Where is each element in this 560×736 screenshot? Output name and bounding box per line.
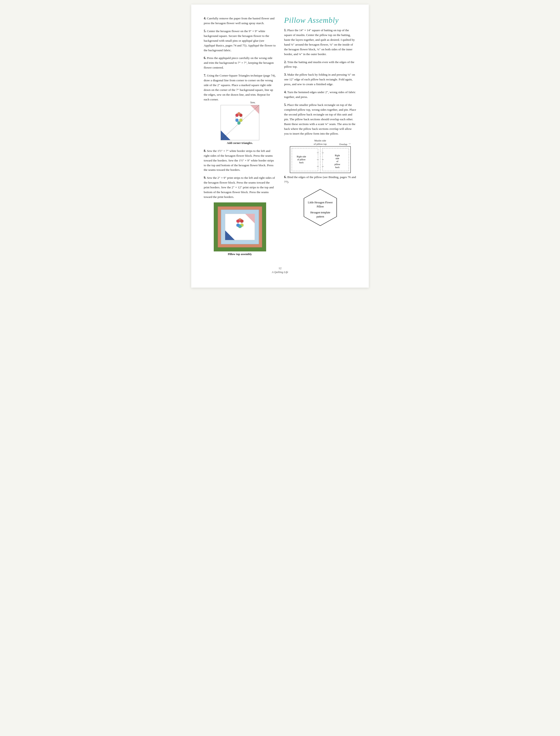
svg-text:Right side: Right side [297, 155, 306, 158]
svg-text:Right: Right [335, 154, 340, 157]
step-num-4: 4. [204, 17, 206, 20]
ra-step-1: 1. Place the 14″ × 14″ square of batting… [284, 28, 356, 57]
hexagon-template-wrap: Little Hexagon Flower Pillow Hexagon tem… [284, 187, 356, 228]
ra-step-num-6: 6. [284, 175, 287, 179]
ra-step-4: 4. Turn the hemmed edges under 2″, wrong… [284, 90, 356, 99]
step-text-6: Press the appliquéd piece carefully on t… [204, 56, 274, 69]
ra-step-5: 5. Place the smaller pillow back rectang… [284, 102, 356, 136]
svg-text:pattern: pattern [316, 215, 324, 218]
page: 4. Carefully remove the paper from the b… [191, 5, 369, 287]
svg-marker-4 [239, 118, 242, 122]
svg-text:pillow: pillow [334, 163, 340, 165]
page-number: 12 [204, 266, 356, 270]
step-num-9: 9. [204, 176, 206, 179]
pillow-top-diagram [214, 202, 266, 251]
ra-step-text-6: Bind the edges of the pillow (see Bindin… [284, 175, 356, 183]
step-text-8: Sew the 1½″ × 7″ white border strips to … [204, 149, 274, 172]
of-pillow-top-label: of pillow top [314, 142, 327, 145]
svg-marker-3 [239, 113, 242, 117]
step-text-9: Sew the 2″ × 9″ print strips to the left… [204, 176, 275, 198]
svg-marker-7 [235, 113, 238, 117]
hexagon-flower-small-icon [228, 112, 250, 130]
step-5: 5. Center the hexagon flower on the 9″ ×… [204, 29, 276, 53]
ra-step-3: 3. Make the pillow back by folding in an… [284, 72, 356, 87]
pillow-top-assembly-icon [214, 202, 266, 251]
ra-step-num-3: 3. [284, 73, 287, 76]
step-num-6: 6. [204, 56, 206, 60]
publication-name: A Quilting Life [204, 270, 356, 274]
ra-step-text-1: Place the 14″ × 14″ square of batting on… [284, 28, 355, 56]
hexagon-template-icon: Little Hexagon Flower Pillow Hexagon tem… [298, 187, 343, 228]
svg-marker-6 [235, 118, 238, 122]
page-footer: 12 A Quilting Life [204, 266, 356, 274]
step-text-7: Using the Corner-Square Triangles techni… [204, 74, 276, 101]
step-7: 7. Using the Corner-Square Triangles tec… [204, 73, 276, 102]
corner-diagram [221, 105, 259, 140]
pillow-back-overlap-icon: Right side of pillow back Right side of … [290, 146, 351, 173]
svg-text:of pillow: of pillow [297, 158, 305, 161]
section-title: Pillow Assembly [284, 16, 356, 25]
step-9: 9. Sew the 2″ × 9″ print strips to the l… [204, 175, 276, 199]
step-num-5: 5. [204, 29, 206, 33]
svg-marker-5 [237, 121, 240, 125]
blue-triangle-icon [221, 130, 230, 140]
ra-step-text-3: Make the pillow back by folding in and p… [284, 73, 355, 86]
left-column: 4. Carefully remove the paper from the b… [204, 16, 276, 259]
ra-step-text-2: Trim the batting and muslin even with th… [284, 60, 354, 69]
ra-step-num-1: 1. [284, 28, 287, 32]
svg-text:Hexagon template: Hexagon template [310, 211, 330, 214]
svg-text:Little Hexagon Flower: Little Hexagon Flower [308, 201, 333, 204]
svg-text:back: back [299, 161, 303, 164]
pink-triangle-icon [250, 105, 259, 114]
ra-step-text-5: Place the smaller pillow back rectangle … [284, 103, 356, 135]
step-4: 4. Carefully remove the paper from the b… [204, 16, 276, 26]
svg-text:back: back [335, 166, 339, 168]
overlap-arrow-icon: → [348, 142, 351, 145]
ra-step-num-2: 2. [284, 60, 287, 64]
ra-step-6: 6. Bind the edges of the pillow (see Bin… [284, 175, 356, 184]
sew-label: Sew. [250, 101, 256, 104]
corner-diagram-wrap: Sew. [204, 105, 276, 147]
svg-text:of: of [336, 160, 338, 163]
ra-step-text-4: Turn the hemmed edges under 2″, wrong si… [284, 90, 356, 99]
ra-step-2: 2. Trim the batting and muslin even with… [284, 60, 356, 69]
step-text-4: Carefully remove the paper from the bast… [204, 17, 275, 25]
overlap-label: Overlap [339, 143, 347, 145]
corner-diagram-caption: Add corner triangles. [227, 141, 253, 145]
hexagon-template-diagram: Little Hexagon Flower Pillow Hexagon tem… [298, 187, 343, 228]
pillow-back-diagram-wrap: Muslin side of pillow top Overlap → [284, 139, 356, 174]
step-6: 6. Press the appliquéd piece carefully o… [204, 56, 276, 70]
step-num-8: 8. [204, 149, 206, 153]
pillow-top-caption: Pillow top assembly [228, 252, 252, 256]
ra-step-num-4: 4. [284, 90, 287, 94]
svg-text:Pillow: Pillow [317, 205, 324, 208]
pillow-top-diagram-wrap: Pillow top assembly [204, 202, 276, 259]
muslin-side-label: Muslin side [314, 139, 326, 142]
ra-step-num-5: 5. [284, 103, 287, 107]
step-text-5: Center the hexagon flower on the 9″ × 9″… [204, 29, 276, 52]
right-column: Pillow Assembly 1. Place the 14″ × 14″ s… [284, 16, 356, 259]
svg-text:side: side [335, 157, 339, 160]
step-8: 8. Sew the 1½″ × 7″ white border strips … [204, 148, 276, 173]
step-num-7: 7. [204, 74, 206, 77]
